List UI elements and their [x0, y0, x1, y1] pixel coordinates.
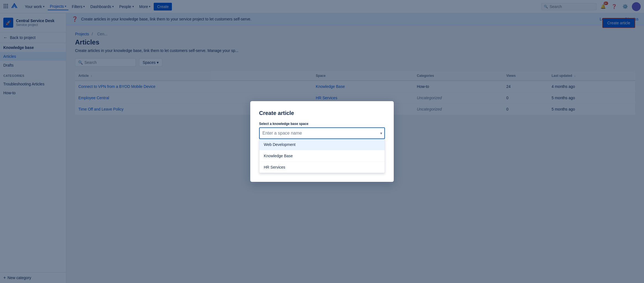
create-article-modal: Create article Select a knowledge base s… — [250, 101, 394, 182]
dropdown-item-knowledge-base[interactable]: Knowledge Base — [259, 150, 385, 162]
dropdown-item-web-development[interactable]: Web Development — [259, 139, 385, 150]
modal-label: Select a knowledge base space — [259, 122, 385, 126]
modal-overlay[interactable]: Create article Select a knowledge base s… — [0, 0, 644, 283]
space-dropdown-list: Web Development Knowledge Base HR Servic… — [259, 139, 385, 173]
dropdown-item-hr-services[interactable]: HR Services — [259, 162, 385, 173]
modal-title: Create article — [259, 110, 385, 116]
modal-input-container: ▾ — [259, 127, 385, 139]
space-name-input[interactable] — [259, 127, 385, 139]
